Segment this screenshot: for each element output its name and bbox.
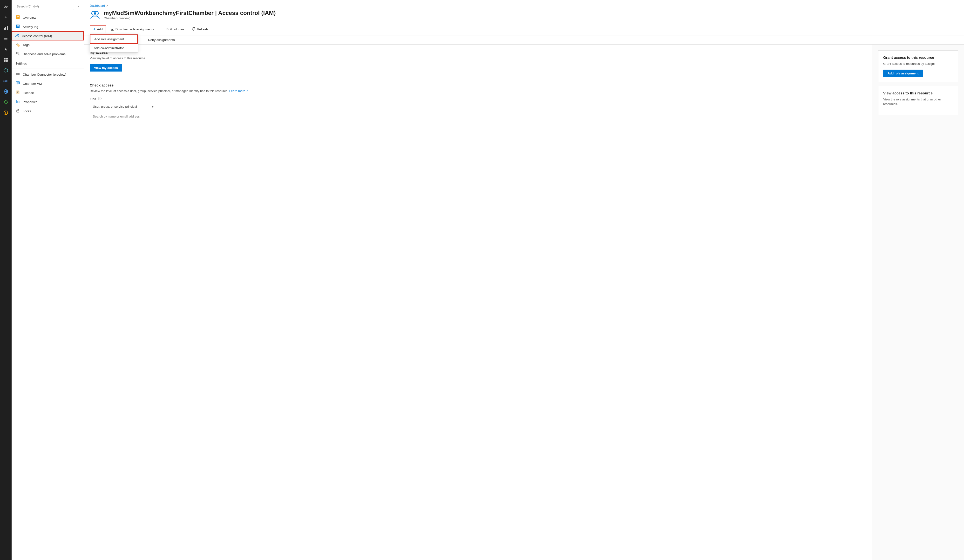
edit-columns-button-label: Edit columns: [166, 28, 184, 31]
add-role-assignment-label: Add role assignment: [94, 37, 124, 41]
breadcrumb-separator: >: [107, 4, 109, 8]
svg-rect-4: [6, 58, 8, 60]
diamond-icon[interactable]: [1, 97, 11, 107]
sidebar-item-locks-label: Locks: [23, 109, 31, 113]
locks-icon: [15, 109, 20, 114]
globe-icon[interactable]: [1, 87, 11, 96]
right-panel: Grant access to this resource Grant acce…: [872, 45, 964, 560]
tabs-more-button[interactable]: ...: [180, 36, 186, 44]
nav-sidebar: « Overview Activity log Access control (…: [11, 0, 84, 560]
download-icon: [110, 27, 114, 32]
edit-columns-button[interactable]: Edit columns: [158, 25, 187, 33]
breadcrumb-dashboard[interactable]: Dashboard: [90, 4, 105, 8]
search-box: «: [11, 0, 84, 13]
refresh-button[interactable]: Refresh: [189, 25, 211, 33]
chamber-connector-icon: [15, 72, 20, 77]
download-button[interactable]: Download role assignments: [107, 25, 157, 33]
add-role-assignment-button[interactable]: Add role assignment: [883, 70, 923, 77]
analytics-icon[interactable]: [1, 23, 11, 33]
icon-sidebar: ≫ + ☰ ★ SQL $: [0, 0, 11, 560]
grant-access-section: Grant access to this resource Grant acce…: [878, 50, 958, 82]
check-access-section: Check access Review the level of access …: [90, 83, 866, 120]
sidebar-item-chamber-connector-label: Chamber Connector (preview): [23, 73, 66, 76]
content-area: My access View my level of access to thi…: [84, 45, 964, 560]
find-row: Find ⓘ: [90, 97, 866, 101]
find-info-icon: ⓘ: [98, 97, 101, 101]
tab-deny-assignments-label: Deny assignments: [148, 38, 175, 42]
properties-icon: [15, 99, 20, 104]
diagnose-icon: [15, 52, 20, 56]
svg-marker-7: [4, 68, 8, 72]
find-label: Find: [90, 97, 96, 101]
coin-icon[interactable]: $: [1, 108, 11, 117]
svg-rect-38: [16, 100, 17, 103]
tab-deny-assignments[interactable]: Deny assignments: [143, 36, 180, 45]
add-co-administrator-option[interactable]: Add co-administrator: [90, 44, 138, 52]
view-access-section: View access to this resource View the ro…: [878, 86, 958, 115]
sidebar-item-overview[interactable]: Overview: [11, 13, 84, 22]
sidebar-item-license-label: License: [23, 91, 34, 95]
sidebar-item-locks[interactable]: Locks: [11, 107, 84, 115]
sidebar-item-diagnose[interactable]: Diagnose and solve problems: [11, 49, 84, 58]
dropdown-arrow-icon: ∨: [151, 105, 154, 109]
svg-rect-5: [4, 60, 5, 62]
tabs-row: Role assignments Roles Deny assignments …: [84, 36, 964, 45]
tags-icon: 🏷️: [15, 43, 20, 47]
add-resource-icon[interactable]: +: [1, 13, 11, 22]
toolbar: + Add Add role assignment Add co-adminis…: [84, 23, 964, 36]
principal-type-dropdown[interactable]: User, group, or service principal ∨: [90, 103, 157, 110]
more-options-button[interactable]: ...: [215, 26, 224, 33]
plus-icon: +: [93, 27, 96, 31]
check-access-text: Review the level of access a user, group…: [90, 89, 228, 93]
search-principal-input[interactable]: [90, 113, 157, 120]
check-access-title: Check access: [90, 83, 866, 87]
svg-rect-41: [16, 110, 19, 112]
more-options-label: ...: [218, 28, 221, 31]
sidebar-item-activity-log[interactable]: Activity log: [11, 22, 84, 31]
sidebar-item-access-control-label: Access control (IAM): [22, 34, 52, 38]
svg-rect-6: [6, 60, 8, 62]
sidebar-item-activity-log-label: Activity log: [23, 25, 38, 29]
grant-access-description: Grant access to resources by assigni: [883, 62, 953, 66]
learn-more-link[interactable]: Learn more ↗: [229, 89, 248, 93]
add-role-assignment-option[interactable]: Add role assignment: [90, 34, 138, 44]
breadcrumb: Dashboard >: [90, 4, 958, 8]
expand-sidebar-icon[interactable]: ≫: [1, 2, 11, 11]
main-content: Dashboard > myModSimWorkbench/myFirstCha…: [84, 0, 964, 560]
chamber-vm-icon: [15, 81, 20, 86]
page-title-group: myModSimWorkbench/myFirstChamber | Acces…: [104, 10, 276, 20]
refresh-icon: [192, 27, 195, 32]
resource-icon[interactable]: [1, 65, 11, 75]
grant-access-title: Grant access to this resource: [883, 55, 953, 60]
svg-rect-39: [17, 101, 18, 103]
view-access-description: View the role assignments that gran othe…: [883, 97, 953, 107]
sidebar-item-access-control[interactable]: Access control (IAM): [11, 31, 84, 41]
add-co-administrator-label: Add co-administrator: [94, 46, 124, 50]
add-button[interactable]: + Add: [90, 25, 106, 33]
sql-icon[interactable]: SQL: [1, 76, 11, 86]
svg-rect-29: [18, 73, 20, 75]
svg-rect-1: [5, 27, 6, 30]
favorites-icon[interactable]: ★: [1, 44, 11, 54]
sidebar-item-tags[interactable]: 🏷️ Tags: [11, 41, 84, 49]
sidebar-item-license[interactable]: License: [11, 88, 84, 97]
svg-rect-3: [4, 58, 5, 60]
menu-icon[interactable]: ☰: [1, 34, 11, 43]
add-dropdown-menu: Add role assignment Add co-administrator: [90, 34, 138, 52]
search-input[interactable]: [14, 3, 74, 10]
view-my-access-button[interactable]: View my access: [90, 64, 122, 71]
sidebar-item-chamber-vm[interactable]: Chamber VM: [11, 79, 84, 88]
page-title-row: myModSimWorkbench/myFirstChamber | Acces…: [90, 10, 958, 20]
check-access-description: Review the level of access a user, group…: [90, 89, 866, 93]
svg-rect-28: [16, 73, 18, 75]
collapse-sidebar-button[interactable]: «: [75, 3, 81, 10]
svg-text:$: $: [5, 112, 7, 114]
access-control-icon: [15, 34, 20, 38]
activity-log-icon: [15, 24, 20, 29]
sidebar-item-tags-label: Tags: [23, 43, 30, 47]
sidebar-item-properties[interactable]: Properties: [11, 97, 84, 107]
svg-rect-0: [4, 28, 5, 30]
refresh-button-label: Refresh: [197, 28, 208, 31]
sidebar-item-chamber-connector[interactable]: Chamber Connector (preview): [11, 70, 84, 79]
all-services-icon[interactable]: [1, 55, 11, 65]
